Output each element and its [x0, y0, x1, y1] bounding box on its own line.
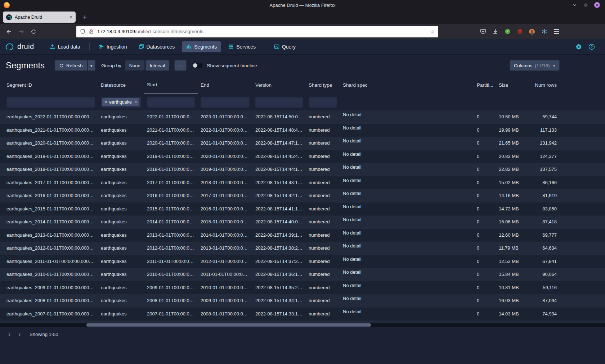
- table-row[interactable]: earthquakes_2013-01-01T00:00:00.000Z_2..…: [0, 229, 605, 242]
- filter-shard-type-input[interactable]: [309, 97, 337, 108]
- nav-item-services[interactable]: Services: [224, 41, 260, 52]
- account-avatar-icon[interactable]: [528, 27, 536, 36]
- pocket-icon[interactable]: [479, 27, 487, 36]
- chevron-down-icon: ▾: [553, 63, 555, 68]
- refresh-button[interactable]: Refresh: [55, 60, 87, 71]
- browser-tab[interactable]: Apache Druid ×: [3, 12, 76, 23]
- cell-segment-id: earthquakes_2010-01-01T00:00:00.000Z_2..…: [4, 268, 98, 281]
- back-button[interactable]: [4, 26, 14, 37]
- ublock-shield-icon[interactable]: [515, 27, 524, 36]
- url-path: /unified-console.html#segments: [135, 29, 203, 34]
- cell-version: 2022-08-15T14:47:13.5...: [252, 137, 306, 150]
- table-row[interactable]: earthquakes_2011-01-01T00:00:00.000Z_2..…: [0, 255, 605, 268]
- col-header-size[interactable]: Size: [496, 76, 534, 94]
- nav-item-segments[interactable]: Segments: [182, 41, 221, 52]
- filter-datasource-input[interactable]: = earthquake ×: [101, 97, 141, 108]
- col-header-datasource[interactable]: Datasource: [98, 76, 144, 94]
- table-row[interactable]: earthquakes_2009-01-01T00:00:00.000Z_2..…: [0, 281, 605, 295]
- cell-size: 22.82 MB: [496, 163, 534, 176]
- forward-button[interactable]: [16, 26, 27, 37]
- col-header-shard-spec[interactable]: Shard spec: [340, 76, 474, 94]
- url-bar[interactable]: 172.18.0.4:30109/unified-console.html#se…: [76, 26, 438, 37]
- menu-hamburger-icon[interactable]: [552, 27, 561, 36]
- window-minimize-icon[interactable]: [572, 2, 578, 8]
- table-row[interactable]: earthquakes_2014-01-01T00:00:00.000Z_2..…: [0, 215, 605, 229]
- datasource-filter-tag: = earthquake ×: [102, 98, 139, 106]
- columns-button[interactable]: Columns (17/18) ▾: [510, 60, 560, 71]
- cell-shard-type: numbered: [306, 203, 340, 216]
- group-by-none-button[interactable]: None: [125, 60, 145, 71]
- cell-shard-spec: No detail: [340, 320, 474, 323]
- table-row[interactable]: earthquakes_2006-01-01T00:00:00.000Z_2..…: [0, 320, 605, 323]
- new-tab-button[interactable]: +: [80, 14, 90, 21]
- cell-end: 2023-01-01T00:00:00.0...: [198, 110, 252, 124]
- horizontal-scrollbar[interactable]: [0, 323, 605, 327]
- timeline-toggle[interactable]: [192, 63, 203, 68]
- cell-datasource: earthquakes: [98, 294, 144, 308]
- table-row[interactable]: earthquakes_2008-01-01T00:00:00.000Z_2..…: [0, 294, 605, 308]
- tracking-shield-icon[interactable]: [80, 29, 85, 34]
- nav-item-query[interactable]: Query: [270, 41, 300, 52]
- cell-end: 2007-01-01T00:00:00.0...: [198, 320, 252, 323]
- prev-page-icon[interactable]: ‹: [4, 329, 14, 339]
- col-header-shard-type[interactable]: Shard type: [306, 76, 340, 94]
- downloads-icon[interactable]: [491, 27, 499, 36]
- table-row[interactable]: earthquakes_2021-01-01T00:00:00.000Z_2..…: [0, 124, 605, 137]
- cell-size: 16.03 MB: [496, 294, 534, 308]
- col-header-start[interactable]: Start: [144, 76, 198, 94]
- table-row[interactable]: earthquakes_2017-01-01T00:00:00.000Z_2..…: [0, 176, 605, 190]
- bookmark-star-icon[interactable]: ☆: [430, 28, 435, 35]
- window-close-icon[interactable]: ×: [594, 2, 600, 8]
- nav-item-ingestion[interactable]: Ingestion: [95, 41, 131, 52]
- table-row[interactable]: earthquakes_2010-01-01T00:00:00.000Z_2..…: [0, 268, 605, 281]
- druid-logo[interactable]: druid: [5, 42, 34, 51]
- cell-shard-type: numbered: [306, 255, 340, 268]
- nav-item-label: Ingestion: [107, 44, 127, 50]
- insecure-lock-icon[interactable]: [89, 29, 94, 34]
- tab-close-icon[interactable]: ×: [70, 15, 72, 20]
- extension-green-icon[interactable]: [503, 27, 512, 36]
- table-row[interactable]: earthquakes_2016-01-01T00:00:00.000Z_2..…: [0, 189, 605, 203]
- filter-start-input[interactable]: [147, 97, 195, 108]
- cell-partition: 0: [474, 229, 496, 242]
- remove-filter-icon[interactable]: ×: [134, 99, 138, 105]
- horizontal-scrollbar-thumb[interactable]: [86, 323, 371, 327]
- group-by-interval-button[interactable]: Interval: [145, 60, 170, 71]
- nav-item-load-data[interactable]: Load data: [46, 41, 84, 52]
- col-header-partition[interactable]: Partiti...: [474, 76, 496, 94]
- cell-datasource: earthquakes: [98, 268, 144, 281]
- table-row[interactable]: earthquakes_2012-01-01T00:00:00.000Z_2..…: [0, 242, 605, 255]
- filter-version-input[interactable]: [255, 97, 303, 108]
- more-options-icon[interactable]: ···: [174, 60, 187, 71]
- table-row[interactable]: earthquakes_2022-01-01T00:00:00.000Z_2..…: [0, 110, 605, 124]
- settings-gear-icon[interactable]: [575, 44, 582, 50]
- cell-partition: 0: [474, 308, 496, 321]
- segments-icon: [186, 44, 192, 49]
- load-data-icon: [50, 44, 55, 49]
- table-row[interactable]: earthquakes_2018-01-01T00:00:00.000Z_2..…: [0, 163, 605, 176]
- filter-end-input[interactable]: [201, 97, 250, 108]
- filter-segment-id-input[interactable]: [6, 97, 95, 108]
- window-maximize-icon[interactable]: [583, 2, 589, 8]
- col-header-version[interactable]: Version: [252, 76, 306, 94]
- nav-item-label: Query: [282, 44, 296, 50]
- cell-size: 14.72 MB: [496, 203, 534, 216]
- table-row[interactable]: earthquakes_2007-01-01T00:00:00.000Z_2..…: [0, 308, 605, 321]
- refresh-interval-dropdown[interactable]: ▾: [87, 60, 96, 71]
- next-page-icon[interactable]: ›: [14, 329, 24, 339]
- druid-favicon: [6, 14, 12, 20]
- cell-partition: 0: [474, 320, 496, 323]
- table-row[interactable]: earthquakes_2020-01-01T00:00:00.000Z_2..…: [0, 137, 605, 150]
- help-icon[interactable]: ?: [588, 44, 595, 50]
- table-row[interactable]: earthquakes_2019-01-01T00:00:00.000Z_2..…: [0, 150, 605, 163]
- table-row[interactable]: earthquakes_2015-01-01T00:00:00.000Z_2..…: [0, 203, 605, 216]
- url-text[interactable]: 172.18.0.4:30109/unified-console.html#se…: [97, 29, 427, 34]
- reload-button[interactable]: [28, 26, 39, 37]
- col-header-num-rows[interactable]: Num rows: [534, 76, 560, 94]
- cell-end: 2021-01-01T00:00:00.0...: [198, 137, 252, 150]
- col-header-end[interactable]: End: [198, 76, 252, 94]
- nav-item-datasources[interactable]: Datasources: [135, 41, 179, 52]
- extension-snowflake-icon[interactable]: [540, 27, 548, 36]
- col-header-segment-id[interactable]: Segment ID: [4, 76, 98, 94]
- cell-shard-spec: No detail: [340, 137, 474, 150]
